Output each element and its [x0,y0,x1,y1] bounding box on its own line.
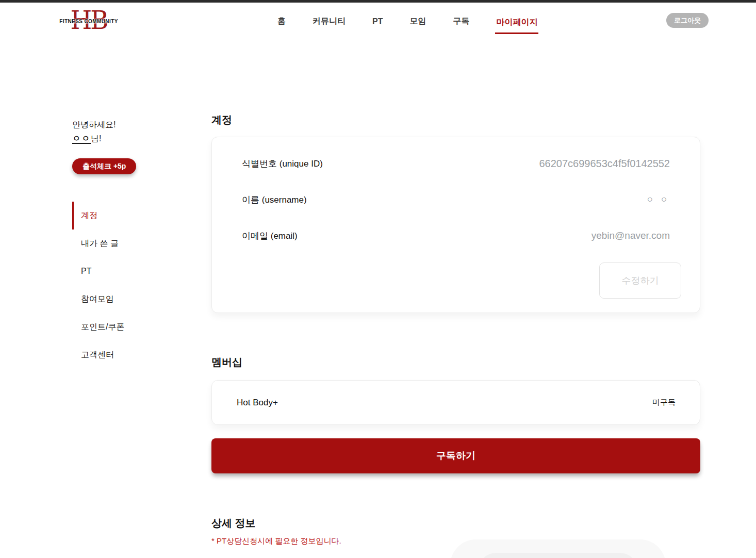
greeting: 안녕하세요! ㅇㅇ님! [72,118,206,145]
email-value: yebin@naver.com [591,230,670,241]
details-section-title: 상세 정보 [211,517,700,529]
sidebar-item-customer-center[interactable]: 고객센터 [72,341,206,369]
account-card: 식별번호 (unique ID) 66207c699653c4f5f014255… [211,137,700,313]
nav-item-community[interactable]: 커뮤니티 [311,14,347,29]
sidebar-menu: 계정 내가 쓴 글 PT 참여모임 포인트/쿠폰 고객센터 [72,202,206,369]
membership-section-title: 멤버십 [211,356,700,368]
nav-item-meetings[interactable]: 모임 [408,14,427,29]
edit-profile-button[interactable]: 수정하기 [599,262,681,299]
sidebar-item-my-posts[interactable]: 내가 쓴 글 [72,229,206,257]
greeting-line2: ㅇㅇ님! [72,132,206,145]
unique-id-value: 66207c699653c4f5f0142552 [539,158,670,170]
sidebar-item-account[interactable]: 계정 [72,202,206,229]
mypage-screen: HB FITNESS COMMUNITY 홈 커뮤니티 PT 모임 구독 마이페… [0,0,756,558]
nav-item-home[interactable]: 홈 [276,14,287,29]
greeting-suffix: 님! [91,134,101,143]
nav-item-mypage[interactable]: 마이페이지 [495,15,538,34]
greeting-username: ㅇㅇ [72,134,91,144]
account-row-username: 이름 (username) ㅇ ㅇ [242,182,670,218]
sidebar-item-pt[interactable]: PT [72,257,206,285]
nav-item-pt[interactable]: PT [371,15,384,28]
username-label: 이름 (username) [242,194,307,206]
email-label: 이메일 (email) [242,230,298,242]
membership-status-badge: 미구독 [652,398,676,407]
membership-card: Hot Body+ 미구독 [211,380,700,425]
sidebar-item-points-coupons[interactable]: 포인트/쿠폰 [72,313,206,341]
username-value: ㅇ ㅇ [646,195,670,205]
membership-plan-name: Hot Body+ [237,398,278,408]
logo-subtitle: FITNESS COMMUNITY [59,19,118,24]
nav-item-subscribe[interactable]: 구독 [452,14,470,29]
site-header: HB FITNESS COMMUNITY 홈 커뮤니티 PT 모임 구독 마이페… [0,3,756,40]
unique-id-label: 식별번호 (unique ID) [242,158,323,170]
main-nav: 홈 커뮤니티 PT 모임 구독 마이페이지 [276,3,538,40]
sidebar: 안녕하세요! ㅇㅇ님! 출석체크 +5p 계정 내가 쓴 글 PT 참여모임 포… [72,40,206,369]
account-row-unique-id: 식별번호 (unique ID) 66207c699653c4f5f014255… [242,145,670,182]
sidebar-item-joined-meetings[interactable]: 참여모임 [72,285,206,313]
attendance-check-button[interactable]: 출석체크 +5p [72,158,136,174]
details-card-partial [450,539,666,558]
account-section-title: 계정 [211,113,700,126]
account-row-email: 이메일 (email) yebin@naver.com [242,218,670,254]
main-panel: 계정 식별번호 (unique ID) 66207c699653c4f5f014… [211,40,700,546]
site-logo[interactable]: HB FITNESS COMMUNITY [58,5,120,37]
greeting-line1: 안녕하세요! [72,118,206,132]
logout-button[interactable]: 로그아웃 [666,13,709,28]
details-card-partial-inner [479,553,637,558]
subscribe-button[interactable]: 구독하기 [211,438,700,473]
